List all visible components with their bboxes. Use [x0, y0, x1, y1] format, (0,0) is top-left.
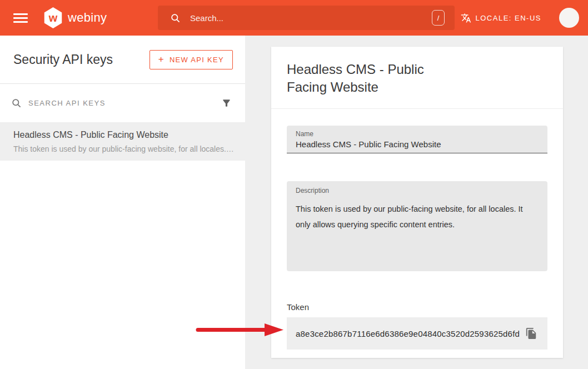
detail-title: Headless CMS - Public Facing Website [287, 61, 445, 96]
locale-selector[interactable]: LOCALE: EN-US [461, 13, 541, 23]
webiny-logo-hexagon-icon: w [43, 7, 63, 28]
filter-icon[interactable] [221, 98, 232, 108]
new-api-key-button[interactable]: + NEW API KEY [150, 50, 233, 69]
list-item-description: This token is used by our public-facing … [13, 144, 234, 153]
page-title: Security API keys [13, 52, 113, 67]
translate-icon [461, 13, 471, 23]
new-api-key-button-label: NEW API KEY [170, 56, 224, 64]
name-field-value: Headless CMS - Public Facing Website [296, 139, 539, 149]
search-icon [11, 98, 22, 108]
user-avatar[interactable] [559, 8, 579, 28]
hamburger-menu-icon[interactable] [13, 11, 28, 25]
logo-letter: w [49, 12, 58, 24]
plus-icon: + [158, 54, 165, 65]
search-shortcut-badge: / [432, 10, 445, 26]
token-label: Token [287, 302, 547, 312]
app-header: w webiny / LOCALE: EN-US [0, 0, 588, 36]
name-field-label: Name [296, 130, 539, 138]
shortcut-key: / [437, 14, 440, 22]
token-value: a8e3ce2b867b7116e6d6386e9e04840c3520d259… [296, 329, 523, 338]
global-search-input[interactable] [190, 13, 432, 23]
global-search-bar[interactable]: / [158, 6, 455, 30]
api-keys-list-panel: Security API keys + NEW API KEY Headless… [0, 36, 245, 369]
list-item-title: Headless CMS - Public Facing Website [13, 130, 234, 140]
api-key-detail-card: Headless CMS - Public Facing Website Nam… [271, 47, 563, 358]
copy-icon [525, 327, 537, 340]
token-box: a8e3ce2b867b7116e6d6386e9e04840c3520d259… [287, 317, 547, 350]
api-keys-search-row [0, 84, 245, 123]
locale-label: LOCALE: EN-US [476, 14, 541, 22]
logo-wordmark: webiny [68, 11, 107, 25]
api-key-list-item[interactable]: Headless CMS - Public Facing Website Thi… [0, 123, 245, 161]
copy-token-button[interactable] [523, 325, 540, 342]
detail-area: Headless CMS - Public Facing Website Nam… [245, 36, 588, 369]
search-icon [170, 13, 181, 23]
description-field-value: This token is used by our public-facing … [296, 201, 539, 232]
description-field[interactable]: Description This token is used by our pu… [287, 181, 547, 271]
name-field[interactable]: Name Headless CMS - Public Facing Websit… [287, 126, 547, 153]
api-keys-search-input[interactable] [28, 99, 221, 107]
description-field-label: Description [296, 187, 539, 195]
webiny-logo[interactable]: w webiny [43, 7, 107, 28]
